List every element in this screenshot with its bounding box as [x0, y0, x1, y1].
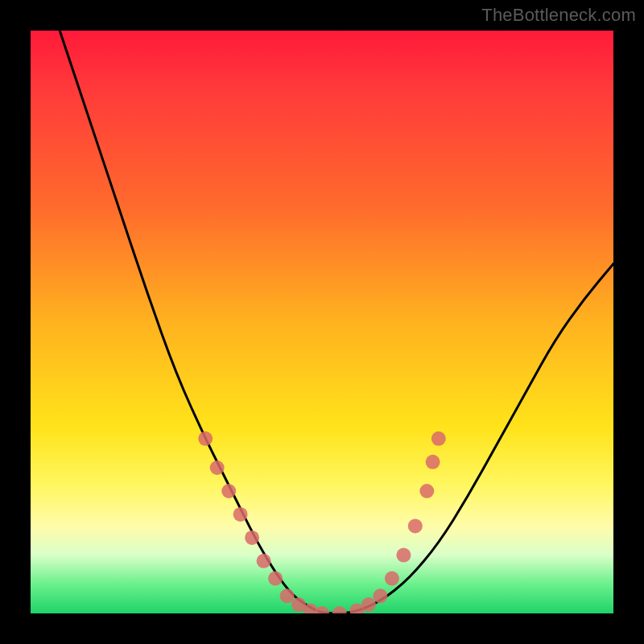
chart-frame: TheBottleneck.com [0, 0, 644, 644]
highlight-dot [419, 484, 434, 498]
watermark-text: TheBottleneck.com [481, 5, 636, 26]
highlight-dot [396, 548, 411, 563]
highlight-dot [257, 554, 271, 568]
highlight-dot [221, 484, 236, 498]
curve-svg [31, 31, 613, 613]
highlight-dot [280, 588, 295, 603]
highlight-dot [198, 431, 213, 446]
highlight-dot [315, 606, 329, 613]
highlight-dots [198, 431, 446, 613]
highlight-dot [233, 507, 248, 522]
highlight-dot [332, 606, 347, 613]
bottleneck-curve [60, 31, 613, 613]
plot-area [31, 31, 613, 613]
highlight-dot [268, 572, 283, 586]
highlight-dot [361, 597, 376, 612]
highlight-dot [385, 572, 399, 586]
highlight-dot [245, 530, 259, 545]
highlight-dot [426, 455, 440, 469]
highlight-dot [408, 518, 423, 533]
highlight-dot [210, 460, 225, 475]
highlight-dot [373, 588, 387, 603]
highlight-dot [431, 431, 446, 446]
